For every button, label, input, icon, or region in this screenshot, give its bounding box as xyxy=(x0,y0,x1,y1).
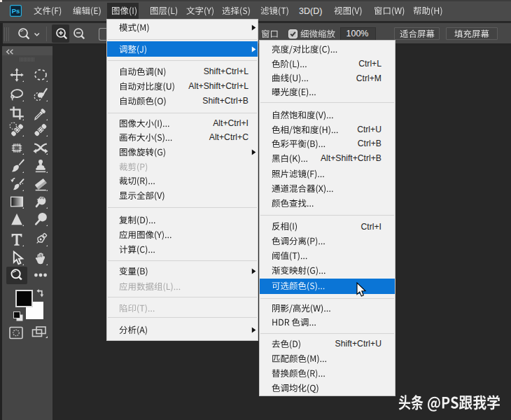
svg-text:Ps: Ps xyxy=(12,7,20,15)
